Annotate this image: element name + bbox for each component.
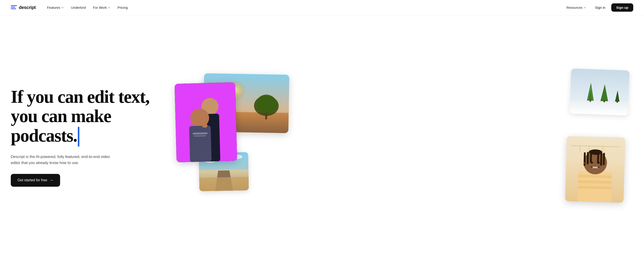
logo[interactable]: descript [11, 5, 36, 10]
nav-left: descript Features Underlord For Work Pri… [11, 4, 131, 11]
svg-rect-11 [604, 100, 605, 102]
svg-rect-50 [590, 151, 592, 163]
chevron-down-icon-3 [584, 6, 586, 9]
svg-rect-47 [587, 152, 589, 164]
nav-link-resources[interactable]: Resources [563, 4, 589, 11]
svg-rect-48 [600, 152, 602, 166]
image-woman [565, 136, 625, 203]
svg-rect-12 [616, 101, 618, 103]
svg-rect-54 [592, 167, 598, 169]
image-two-people [174, 82, 237, 162]
nav-right: Resources Sign in Sign up [563, 3, 633, 12]
hero-subtext: Descript is the AI-powered, fully featur… [11, 154, 114, 166]
nav-link-pricing[interactable]: Pricing [114, 4, 131, 11]
chevron-down-icon [61, 6, 64, 9]
woman-svg [565, 136, 625, 203]
svg-rect-49 [603, 153, 605, 165]
chevron-down-icon-2 [108, 6, 110, 9]
hero-heading-line1: If you can edit text, [11, 87, 163, 106]
nav-link-underlord[interactable]: Underlord [68, 4, 89, 11]
logo-text: descript [19, 5, 36, 10]
svg-rect-24 [189, 125, 212, 162]
svg-rect-0 [11, 5, 17, 6]
hero-heading-line2: you can make podcasts. [11, 106, 163, 147]
cta-arrow: → [49, 178, 53, 183]
navbar: descript Features Underlord For Work Pri… [0, 0, 644, 15]
hero-section: If you can edit text, you can make podca… [0, 15, 644, 254]
image-snow-scene [570, 69, 630, 116]
svg-rect-33 [199, 177, 249, 191]
hero-images [163, 65, 633, 209]
nav-links: Features Underlord For Work Pricing [44, 4, 131, 11]
cta-button[interactable]: Get started for free → [11, 174, 60, 187]
svg-rect-2 [11, 8, 16, 9]
nav-link-features[interactable]: Features [44, 4, 67, 11]
hero-heading: If you can edit text, you can make podca… [11, 87, 163, 147]
nav-link-for-work[interactable]: For Work [90, 4, 113, 11]
svg-rect-4 [570, 100, 628, 115]
logo-icon [11, 5, 17, 10]
sign-up-button[interactable]: Sign up [611, 3, 633, 12]
svg-rect-1 [11, 7, 15, 8]
two-people-svg [174, 82, 237, 162]
sign-in-button[interactable]: Sign in [591, 4, 610, 12]
svg-rect-19 [265, 112, 267, 119]
hero-content: If you can edit text, you can make podca… [11, 87, 163, 187]
cursor-bar [78, 127, 80, 147]
snow-scene-svg [570, 69, 630, 116]
